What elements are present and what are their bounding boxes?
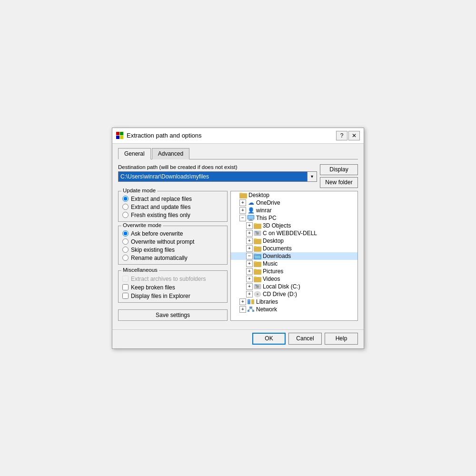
radio-ask-before: Ask before overwrite: [122, 230, 223, 237]
new-folder-btn[interactable]: New folder: [320, 177, 358, 188]
tree-folder-icon: [254, 253, 261, 259]
radio-extract-replace-label[interactable]: Extract and replace files: [131, 196, 192, 202]
tree-item-label: Music: [263, 260, 278, 267]
tree-expand-btn[interactable]: +: [239, 199, 246, 206]
cb-display-explorer-input[interactable]: [122, 293, 129, 299]
radio-fresh-existing-label[interactable]: Fresh existing files only: [131, 212, 190, 218]
path-dropdown-btn[interactable]: ▾: [307, 171, 317, 182]
tree-expand-btn[interactable]: +: [239, 306, 246, 313]
tree-expand-btn[interactable]: +: [246, 268, 253, 275]
tree-expand-btn[interactable]: +: [246, 222, 253, 229]
svg-rect-31: [254, 277, 257, 278]
tree-item[interactable]: +Documents: [231, 245, 357, 252]
radio-rename-auto-label[interactable]: Rename automatically: [131, 255, 188, 261]
tree-item[interactable]: +Network: [231, 306, 357, 313]
title-bar: Extraction path and options ? ✕: [112, 128, 364, 144]
radio-overwrite-without-label[interactable]: Overwrite without prompt: [131, 238, 194, 245]
radio-extract-update-input[interactable]: [122, 204, 129, 210]
dest-buttons: Display New folder: [320, 164, 358, 188]
tree-expand-btn[interactable]: +: [246, 230, 253, 237]
tree-item-label: Pictures: [263, 268, 283, 275]
cancel-btn[interactable]: Cancel: [288, 333, 322, 345]
tree-expand-btn[interactable]: +: [246, 245, 253, 252]
tree-item[interactable]: +Desktop: [231, 237, 357, 245]
left-panel: Update mode Extract and replace files Ex…: [118, 191, 228, 321]
display-btn[interactable]: Display: [320, 164, 358, 175]
tree-folder-icon: [254, 245, 261, 252]
tree-item-label: Desktop: [263, 238, 284, 244]
tree-item-label: Downloads: [263, 253, 291, 259]
tree-item[interactable]: Desktop: [231, 191, 357, 199]
svg-line-46: [248, 308, 251, 310]
tree-expand-btn[interactable]: −: [239, 215, 246, 221]
tree-expand-btn[interactable]: +: [239, 298, 246, 305]
help-title-btn[interactable]: ?: [336, 131, 347, 140]
cb-keep-broken-label[interactable]: Keep broken files: [131, 284, 175, 291]
destination-row: Destination path (will be created if doe…: [118, 164, 358, 188]
radio-skip-existing-label[interactable]: Skip existing files: [131, 247, 175, 253]
svg-rect-41: [248, 300, 250, 301]
tree-expand-btn[interactable]: +: [246, 283, 253, 290]
ok-btn[interactable]: OK: [252, 333, 286, 345]
radio-overwrite-without-input[interactable]: [122, 238, 129, 245]
cb-display-explorer-label[interactable]: Display files in Explorer: [131, 293, 190, 299]
tree-expand-btn[interactable]: +: [246, 260, 253, 267]
cb-keep-broken-input[interactable]: [122, 284, 129, 290]
tree-item[interactable]: +Local Disk (C:): [231, 283, 357, 290]
radio-ask-before-input[interactable]: [122, 230, 129, 237]
tree-item[interactable]: +Libraries: [231, 298, 357, 306]
save-settings-btn[interactable]: Save settings: [118, 309, 228, 321]
tree-item[interactable]: −This PC: [231, 214, 357, 222]
svg-rect-13: [255, 231, 257, 232]
close-btn[interactable]: ✕: [348, 131, 360, 140]
tree-item[interactable]: +👤winrar: [231, 207, 357, 214]
tree-folder-icon: [239, 192, 247, 198]
bottom-bar: OK Cancel Help: [112, 329, 364, 348]
title-controls: ? ✕: [336, 131, 360, 140]
radio-skip-existing-input[interactable]: [122, 247, 129, 253]
tree-item[interactable]: +Videos: [231, 275, 357, 283]
tree-item-label: Network: [256, 306, 277, 313]
radio-skip-existing: Skip existing files: [122, 247, 223, 253]
tree-expand-btn[interactable]: +: [246, 238, 253, 244]
radio-extract-update-label[interactable]: Extract and update files: [131, 204, 190, 210]
main-content: Update mode Extract and replace files Ex…: [118, 191, 358, 321]
svg-rect-9: [254, 223, 257, 225]
radio-extract-replace-input[interactable]: [122, 196, 129, 202]
tree-folder-icon: [254, 260, 261, 267]
tree-item[interactable]: +☁OneDrive: [231, 199, 357, 207]
tree-expand-btn[interactable]: −: [246, 253, 253, 259]
cb-extract-subfolders-input[interactable]: [122, 276, 129, 282]
tree-expand-btn[interactable]: +: [246, 276, 253, 282]
tree-item[interactable]: +3D Objects: [231, 222, 357, 229]
tree-item-label: Desktop: [248, 192, 269, 198]
tree-item[interactable]: +C on WEBDEV-DELL: [231, 229, 357, 237]
tab-general[interactable]: General: [118, 148, 151, 159]
tree-expand-btn[interactable]: +: [246, 291, 253, 298]
tree-item[interactable]: +Music: [231, 260, 357, 268]
tree-item-label: CD Drive (D:): [263, 291, 297, 298]
tree-item[interactable]: +CD Drive (D:): [231, 290, 357, 298]
radio-rename-auto-input[interactable]: [122, 255, 129, 261]
tree-expand-btn[interactable]: +: [239, 207, 246, 214]
svg-rect-39: [248, 299, 250, 304]
tree-item[interactable]: −Downloads: [231, 252, 357, 260]
winrar-icon: [116, 132, 124, 139]
path-input[interactable]: [118, 171, 307, 182]
radio-ask-before-label[interactable]: Ask before overwrite: [131, 230, 183, 237]
tree-item[interactable]: +Pictures: [231, 268, 357, 275]
overwrite-mode-label: Overwrite mode: [121, 222, 163, 228]
tree-item-label: Libraries: [256, 298, 278, 305]
tab-advanced[interactable]: Advanced: [152, 148, 189, 159]
tree-folder-icon: [254, 230, 261, 237]
svg-rect-25: [254, 261, 257, 263]
cb-extract-subfolders-label[interactable]: Extract archives to subfolders: [131, 276, 206, 282]
help-btn[interactable]: Help: [325, 333, 358, 345]
radio-extract-replace: Extract and replace files: [122, 196, 223, 202]
tree-folder-icon: [254, 291, 261, 298]
svg-rect-5: [249, 219, 252, 220]
radio-fresh-existing-input[interactable]: [122, 212, 129, 218]
tree-item-label: winrar: [256, 207, 272, 214]
tree-folder-icon: [254, 238, 261, 244]
file-tree[interactable]: Desktop+☁OneDrive+👤winrar−This PC+3D Obj…: [230, 191, 358, 321]
